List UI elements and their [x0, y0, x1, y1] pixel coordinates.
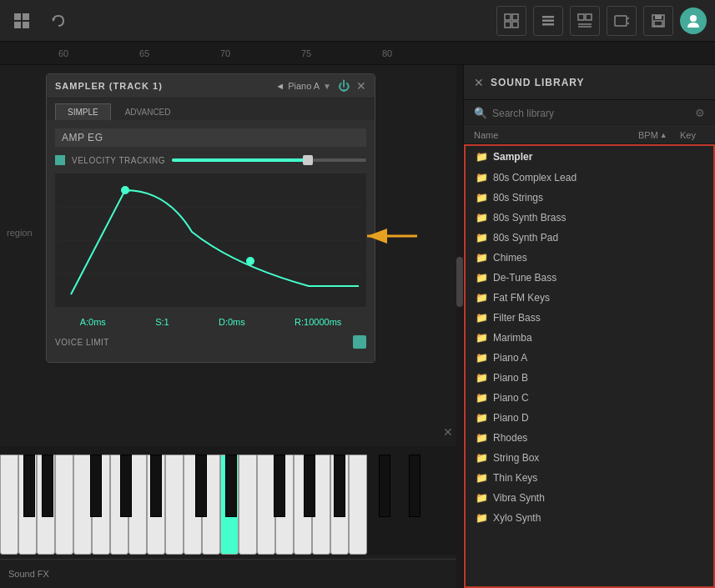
piano-key-14[interactable] [239, 455, 257, 555]
voice-limit-led[interactable] [353, 335, 366, 349]
library-item[interactable]: 📁Piano A [466, 348, 713, 368]
library-item[interactable]: 📁Piano B [466, 368, 713, 388]
piano-area [0, 446, 463, 555]
release-value: R:10000ms [295, 317, 341, 327]
svg-rect-10 [542, 19, 554, 22]
library-item-label: String Box [493, 452, 539, 464]
voice-limit-label: VOICE LIMIT [55, 338, 353, 347]
piano-key-12[interactable] [202, 455, 220, 555]
library-item[interactable]: 📁Chimes [466, 248, 713, 268]
library-item-label: 80s Complex Lead [493, 172, 577, 183]
search-input[interactable] [492, 108, 690, 119]
tab-advanced[interactable]: ADVANCED [113, 103, 184, 120]
toolbar-record-icon[interactable] [607, 6, 637, 36]
library-item[interactable]: 📁Piano C [466, 388, 713, 408]
library-item[interactable]: 📁Fat FM Keys [466, 288, 713, 308]
piano-key-15[interactable] [257, 455, 275, 555]
library-item[interactable]: 📁80s Strings [466, 188, 713, 208]
envelope-area[interactable] [55, 173, 366, 307]
folder-icon: 📁 [476, 392, 488, 404]
folder-icon: 📁 [476, 212, 488, 224]
preset-dropdown[interactable]: ▼ [323, 82, 331, 91]
library-item[interactable]: 📁Marimba [466, 328, 713, 348]
folder-icon: 📁 [476, 492, 488, 504]
tab-simple[interactable]: SIMPLE [55, 103, 111, 120]
folder-icon: 📁 [476, 412, 488, 424]
piano-key-1[interactable] [0, 455, 18, 555]
piano-key-6[interactable] [92, 455, 110, 555]
sampler-close-icon[interactable]: ✕ [356, 79, 366, 93]
library-item[interactable]: 📁String Box [466, 448, 713, 468]
folder-icon: 📁 [476, 172, 488, 183]
piano-key-4[interactable] [55, 455, 73, 555]
piano-key-20[interactable] [349, 455, 367, 555]
filter-icon[interactable]: ⚙ [695, 107, 705, 119]
piano-section-close[interactable]: ✕ [443, 425, 453, 439]
timeline-mark-75: 75 [301, 48, 382, 58]
preset-name: Piano A [288, 81, 320, 91]
library-item[interactable]: 📁80s Synth Pad [466, 228, 713, 248]
velocity-slider[interactable] [172, 158, 366, 162]
piano-key-2[interactable] [18, 455, 37, 555]
piano-key-19[interactable] [330, 455, 349, 555]
library-item-label: Rhodes [493, 432, 527, 444]
folder-icon: 📁 [476, 372, 488, 384]
adsr-values: A:0ms S:1 D:0ms R:10000ms [55, 314, 366, 330]
sampler-preset: ◄ Piano A ▼ [275, 81, 331, 91]
sampler-title: SAMPLER (TRACK 1) [55, 81, 269, 91]
svg-point-22 [690, 15, 697, 22]
library-item-label: Piano A [493, 352, 527, 364]
adsr-attack: A:0ms [80, 317, 106, 327]
toolbar-grid-icon[interactable] [8, 8, 35, 34]
timeline-mark-70: 70 [220, 48, 301, 58]
toolbar-save-icon[interactable] [643, 6, 673, 36]
svg-rect-13 [586, 14, 592, 20]
sampler-power-icon[interactable]: ⏻ [338, 79, 350, 93]
timeline-mark-60: 60 [58, 48, 139, 58]
piano-key-5[interactable] [73, 455, 92, 555]
toolbar-bars-icon[interactable] [533, 6, 563, 36]
library-item[interactable]: 📁De-Tune Bass [466, 268, 713, 288]
scrollbar-thumb[interactable] [456, 257, 463, 307]
piano-key-11[interactable] [184, 455, 202, 555]
library-item[interactable]: 📁Piano D [466, 408, 713, 428]
library-list[interactable]: 📁 Sampler 📁80s Complex Lead📁80s Strings📁… [464, 144, 715, 588]
piano-key-8[interactable] [128, 455, 147, 555]
piano-key-16[interactable] [275, 455, 294, 555]
user-avatar[interactable] [680, 8, 707, 34]
left-scrollbar[interactable] [456, 65, 463, 588]
sort-arrow-icon: ▲ [660, 131, 667, 139]
folder-icon: 📁 [476, 332, 488, 344]
search-icon: 🔍 [474, 107, 487, 119]
library-item[interactable]: 📁Vibra Synth [466, 488, 713, 508]
library-item[interactable]: 📁Thin Keys [466, 468, 713, 488]
toolbar-undo-icon[interactable] [45, 8, 72, 34]
col-bpm-header[interactable]: BPM ▲ [638, 130, 680, 140]
library-item[interactable]: 📁Xylo Synth [466, 508, 713, 528]
piano-key-9[interactable] [147, 455, 165, 555]
piano-key-18[interactable] [312, 455, 330, 555]
library-close-icon[interactable]: ✕ [474, 76, 484, 89]
svg-rect-9 [542, 16, 554, 18]
piano-key-13-pressed[interactable] [220, 455, 239, 555]
svg-line-17 [627, 18, 629, 19]
svg-rect-6 [512, 14, 518, 20]
toolbar-view2-icon[interactable] [570, 6, 600, 36]
svg-rect-3 [23, 22, 29, 28]
library-item-label: Thin Keys [493, 472, 537, 484]
velocity-checkbox[interactable] [55, 155, 65, 165]
preset-arrow-left[interactable]: ◄ [275, 81, 284, 91]
slider-thumb[interactable] [303, 155, 313, 165]
library-parent-folder[interactable]: 📁 Sampler [466, 146, 713, 168]
toolbar-view1-icon[interactable] [496, 6, 526, 36]
piano-key-10[interactable] [165, 455, 184, 555]
library-item[interactable]: 📁Filter Bass [466, 308, 713, 328]
piano-key-17[interactable] [294, 455, 312, 555]
piano-key-7[interactable] [110, 455, 128, 555]
svg-rect-21 [654, 21, 662, 26]
piano-key-3[interactable] [37, 455, 55, 555]
library-item[interactable]: 📁80s Complex Lead [466, 168, 713, 188]
library-item[interactable]: 📁80s Synth Brass [466, 208, 713, 228]
library-item[interactable]: 📁Rhodes [466, 428, 713, 448]
piano-keys[interactable] [0, 455, 463, 555]
